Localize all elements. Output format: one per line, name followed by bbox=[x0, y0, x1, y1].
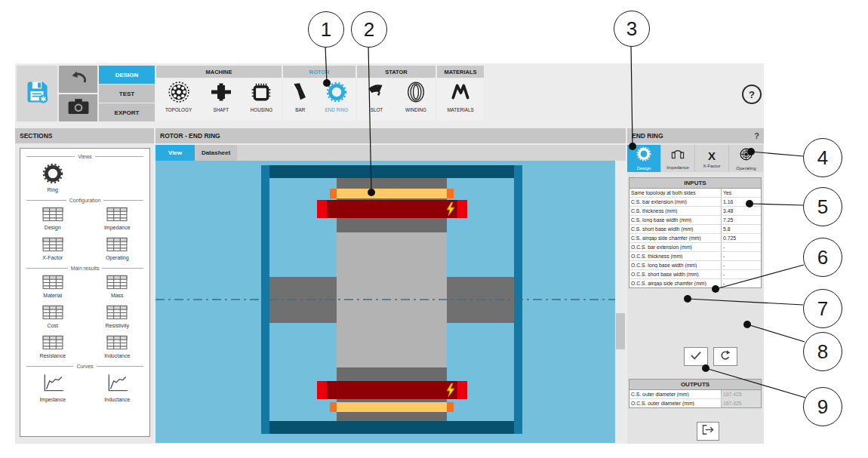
canvas-scrollbar[interactable] bbox=[615, 161, 626, 443]
panel-help-icon[interactable]: ? bbox=[754, 131, 759, 140]
end-ring-bottom-shape bbox=[317, 381, 467, 399]
callout-7: 7 bbox=[803, 289, 842, 328]
toolbar-item-slot[interactable]: SLOT bbox=[366, 78, 387, 112]
table-row[interactable]: C.S. long base width (mm)7.25 bbox=[629, 216, 761, 225]
sidebar-item-label: Ring bbox=[48, 187, 58, 192]
sidebar-item-label: X-Factor bbox=[42, 255, 63, 260]
tab-datasheet[interactable]: Datasheet bbox=[195, 145, 237, 161]
slot-icon bbox=[366, 81, 387, 106]
panel-tab-label: X-Factor bbox=[703, 164, 720, 168]
apply-button[interactable] bbox=[684, 347, 708, 366]
toolbar-item-bar[interactable]: BAR bbox=[291, 78, 310, 112]
sidebar-item-operating[interactable]: Operating bbox=[106, 237, 129, 260]
sidebar-item-ring[interactable]: Ring bbox=[42, 163, 63, 192]
slot-label: SLOT bbox=[371, 107, 383, 112]
table-row[interactable]: C.S. thickness (mm)3.48 bbox=[629, 207, 761, 216]
panel-tab-operating[interactable]: Operating bbox=[729, 145, 763, 172]
outputs-table: OUTPUTS C.S. outer diameter (mm)167.425 … bbox=[629, 379, 762, 408]
table-row[interactable]: Same topology at both sidesYes bbox=[629, 189, 761, 198]
end-ring-panel: Design Impedance X X-Factor bbox=[627, 143, 764, 444]
inputs-table: INPUTS Same topology at both sidesYes C.… bbox=[629, 177, 762, 288]
table-icon bbox=[106, 305, 128, 321]
housing-label: HOUSING bbox=[251, 107, 272, 112]
sidebar-item-inductance[interactable]: Inductance bbox=[104, 335, 130, 358]
sidebar-item-inductance-curve[interactable]: Inductance bbox=[104, 373, 130, 402]
scrollbar-thumb[interactable] bbox=[616, 313, 625, 349]
sidebar-item-material[interactable]: Material bbox=[42, 275, 63, 298]
callout-6: 6 bbox=[803, 238, 842, 277]
materials-label: MATERIALS bbox=[447, 107, 473, 112]
design-mode-label: DESIGN bbox=[115, 72, 139, 78]
callout-8: 8 bbox=[803, 332, 842, 371]
toolbar-item-topology[interactable]: TOPOLOGY bbox=[165, 78, 192, 112]
camera-button[interactable] bbox=[59, 94, 97, 121]
table-row[interactable]: O.C.S. long base width (mm)- bbox=[629, 261, 761, 270]
toolbar-item-housing[interactable]: HOUSING bbox=[251, 78, 272, 112]
sidebar-item-label: Material bbox=[43, 293, 62, 298]
tab-view[interactable]: View bbox=[155, 145, 195, 161]
table-row[interactable]: C.S. airgap side chamfer (mm)0.725 bbox=[629, 234, 761, 243]
sidebar-item-resistivity[interactable]: Resistivity bbox=[105, 305, 129, 328]
panel-tab-design[interactable]: Design bbox=[627, 145, 661, 172]
sidebar-item-label: Inductance bbox=[104, 353, 130, 358]
table-row[interactable]: O.C.S. short base width (mm)- bbox=[629, 270, 761, 279]
design-mode-button[interactable]: DESIGN bbox=[99, 66, 155, 84]
materials-icon bbox=[450, 81, 471, 106]
curve-icon bbox=[105, 373, 129, 395]
rotor-end-ring-view[interactable] bbox=[155, 161, 626, 443]
toolbar-group-materials-header: MATERIALS bbox=[437, 66, 484, 78]
callout-1: 1 bbox=[308, 11, 344, 48]
end-ring-label: END RING bbox=[325, 107, 348, 112]
toolbar-item-shaft[interactable]: SHAFT bbox=[210, 78, 232, 112]
sidebar-item-cost[interactable]: Cost bbox=[42, 305, 63, 328]
sections-group-main-results: Main results bbox=[26, 266, 143, 271]
axis-centerline bbox=[155, 299, 626, 300]
bar-cap-icon bbox=[447, 402, 454, 412]
sections-group-curves: Curves bbox=[26, 364, 143, 369]
test-mode-button[interactable]: TEST bbox=[99, 85, 155, 103]
test-mode-label: TEST bbox=[119, 91, 134, 97]
panel-tab-impedance[interactable]: Impedance bbox=[661, 145, 695, 172]
sidebar-item-design[interactable]: Design bbox=[42, 207, 63, 230]
table-row[interactable]: C.S. bar extension (mm)1.16 bbox=[629, 198, 761, 207]
reset-button[interactable] bbox=[713, 347, 737, 366]
table-row[interactable]: C.S. short base width (mm)5.8 bbox=[629, 225, 761, 234]
toolbar-item-end-ring[interactable]: END RING bbox=[325, 78, 348, 112]
table-row[interactable]: O.C.S. thickness (mm)- bbox=[629, 252, 761, 261]
bar-extension-bottom-shape bbox=[330, 402, 454, 412]
undo-button[interactable] bbox=[59, 66, 97, 93]
panel-title: END RING bbox=[632, 132, 663, 140]
sidebar-item-x-factor[interactable]: X-Factor bbox=[42, 237, 63, 260]
table-row[interactable]: O.C.S. airgap side chamfer (mm)- bbox=[629, 279, 761, 287]
lightning-bolt-icon bbox=[445, 383, 457, 401]
toolbar-group-rotor: ROTOR BAR END RING bbox=[283, 66, 356, 121]
main-view-header: ROTOR - END RING bbox=[155, 128, 626, 143]
export-mode-label: EXPORT bbox=[115, 109, 140, 116]
table-row: C.S. outer diameter (mm)167.425 bbox=[629, 390, 761, 399]
bar-label: BAR bbox=[295, 107, 305, 112]
sidebar-item-impedance[interactable]: Impedance bbox=[104, 207, 131, 230]
operating-icon bbox=[739, 147, 753, 164]
toolbar-item-winding[interactable]: WINDING bbox=[405, 78, 426, 112]
panel-tab-x-factor[interactable]: X X-Factor bbox=[695, 145, 729, 172]
save-button[interactable] bbox=[17, 66, 57, 121]
export-results-button[interactable] bbox=[697, 422, 719, 441]
sidebar-item-impedance-curve[interactable]: Impedance bbox=[39, 373, 66, 402]
callout-3: 3 bbox=[614, 11, 650, 47]
table-row[interactable]: O.C.S. bar extension (mm)- bbox=[629, 243, 761, 252]
table-icon bbox=[42, 237, 63, 253]
inputs-header: INPUTS bbox=[629, 178, 761, 189]
end-ring-cap-icon bbox=[317, 381, 327, 399]
toolbar-item-materials[interactable]: MATERIALS bbox=[447, 78, 473, 112]
toolbar-group-stator-header: STATOR bbox=[357, 66, 436, 78]
x-factor-icon: X bbox=[708, 149, 716, 162]
table-icon bbox=[42, 275, 63, 290]
table-icon bbox=[106, 335, 128, 351]
toolbar-group-rotor-header: ROTOR bbox=[283, 66, 356, 78]
sidebar-item-mass[interactable]: Mass bbox=[106, 275, 128, 298]
export-mode-button[interactable]: EXPORT bbox=[99, 103, 155, 121]
help-button[interactable]: ? bbox=[742, 85, 762, 104]
sidebar-item-resistance[interactable]: Resistance bbox=[39, 335, 66, 358]
toolbar-group-machine-header: MACHINE bbox=[156, 66, 282, 78]
impedance-icon bbox=[669, 148, 686, 164]
